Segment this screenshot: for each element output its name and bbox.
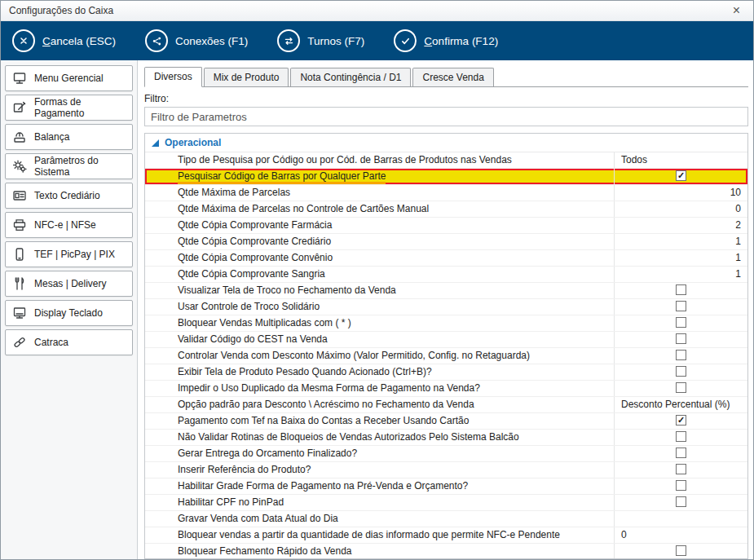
connections-button[interactable]: Conexões (F1) [145, 29, 248, 52]
sidebar-item-balanca[interactable]: Balança [5, 124, 133, 150]
sidebar-item-formas-de-pagamento[interactable]: Formas de Pagamento [5, 95, 133, 121]
settings-row[interactable]: Não Validar Rotinas de Bloqueios de Vend… [145, 430, 747, 446]
settings-row[interactable]: Pagamento com Tef na Baixa do Contas a R… [145, 413, 747, 430]
sidebar-item-menu-gerencial[interactable]: Menu Gerencial [5, 65, 133, 91]
checkbox[interactable] [676, 431, 686, 442]
cancel-button[interactable]: Cancela (ESC) [12, 29, 116, 52]
settings-row[interactable]: Impedir o Uso Duplicado da Mesma Forma d… [145, 381, 747, 397]
setting-value-cell[interactable]: 1 [615, 267, 747, 282]
setting-value-cell[interactable] [615, 544, 747, 559]
settings-row[interactable]: Tipo de Pesquisa por Código ou por Cód. … [145, 152, 747, 169]
sidebar-item-nfce-nfse[interactable]: NFC-e | NFSe [5, 212, 133, 238]
setting-value-cell[interactable] [615, 332, 747, 347]
settings-row[interactable]: Controlar Venda com Desconto Máximo (Val… [145, 348, 747, 364]
checkbox[interactable] [676, 480, 686, 491]
settings-row[interactable]: Qtde Cópia Comprovante Crediário 1 [145, 234, 747, 250]
checkbox[interactable] [676, 448, 686, 458]
tab-mix-de-produto[interactable]: Mix de Produto [204, 68, 289, 86]
settings-row[interactable]: Qtde Cópia Comprovante Convênio 1 [145, 250, 747, 267]
setting-value-cell[interactable] [615, 478, 747, 494]
setting-value-cell[interactable] [615, 381, 747, 396]
settings-row[interactable]: Pesquisar Código de Barras por Qualquer … [145, 169, 747, 185]
checkbox[interactable] [676, 301, 686, 311]
checkbox[interactable] [676, 317, 686, 328]
setting-name-cell: Bloquear vendas a partir da quantidade d… [145, 527, 615, 543]
tab-nota-contingencia-d1[interactable]: Nota Contingência / D1 [290, 68, 411, 86]
setting-value-cell[interactable] [615, 511, 747, 527]
tab-cresce-venda[interactable]: Cresce Venda [412, 68, 493, 86]
setting-value: 1 [735, 236, 741, 247]
confirm-button[interactable]: Confirma (F12) [394, 29, 498, 52]
cutlery-icon [11, 276, 28, 291]
setting-value-cell[interactable]: 0 [615, 201, 747, 217]
setting-value-cell[interactable] [615, 299, 747, 315]
setting-value: 0 [621, 529, 627, 540]
filter-input[interactable] [144, 107, 748, 126]
setting-value-cell[interactable]: Desconto Percentual (%) [615, 397, 747, 412]
setting-value-cell[interactable]: ✓ [615, 169, 747, 184]
settings-row[interactable]: Bloquear Vendas Multiplicadas com ( * ) [145, 315, 747, 332]
setting-name-cell: Validar Código do CEST na Venda [145, 332, 615, 347]
sidebar-item-display-teclado[interactable]: Display Teclado [5, 300, 133, 326]
sidebar-item-texto-crediario[interactable]: Texto Crediário [5, 183, 133, 209]
settings-window: Configurações do Caixa × Cancela (ESC) C… [0, 0, 754, 560]
settings-row[interactable]: Gravar Venda com Data Atual do Dia [145, 511, 747, 527]
setting-value-cell[interactable]: 1 [615, 250, 747, 266]
setting-value-cell[interactable] [615, 495, 747, 510]
setting-value-cell[interactable] [615, 348, 747, 364]
tab-diversos[interactable]: Diversos [144, 67, 202, 87]
setting-value-cell[interactable] [615, 315, 747, 331]
checkbox[interactable] [676, 366, 686, 377]
setting-name-cell: Qtde Cópia Comprovante Sangria [145, 267, 615, 282]
settings-row[interactable]: Validar Código do CEST na Venda [145, 332, 747, 348]
setting-value-cell[interactable] [615, 462, 747, 478]
setting-value-cell[interactable]: ✓ [615, 413, 747, 429]
settings-row[interactable]: Qtde Cópia Comprovante Sangria 1 [145, 267, 747, 283]
settings-row[interactable]: Qtde Máxima de Parcelas no Controle de C… [145, 201, 747, 218]
checkbox[interactable] [676, 496, 686, 507]
checkbox[interactable] [676, 333, 686, 344]
sidebar-item-mesas-delivery[interactable]: Mesas | Delivery [5, 271, 133, 297]
checkbox[interactable] [676, 545, 686, 556]
setting-value-cell[interactable]: 0 [615, 527, 747, 543]
settings-row[interactable]: Gerar Entrega do Orcamento Finalizado? [145, 446, 747, 462]
checkbox[interactable] [676, 350, 686, 360]
setting-value-cell[interactable]: Todos [615, 152, 747, 168]
settings-row[interactable]: Opção padrão para Desconto \ Acréscimo n… [145, 397, 747, 413]
setting-name: Gravar Venda com Data Atual do Dia [178, 513, 338, 524]
settings-row[interactable]: Visualizar Tela de Troco no Fechamento d… [145, 283, 747, 299]
settings-row[interactable]: Qtde Máxima de Parcelas 10 [145, 185, 747, 201]
setting-value: 0 [735, 203, 741, 214]
shifts-button[interactable]: Turnos (F7) [277, 29, 364, 52]
settings-row[interactable]: Exibir Tela de Produto Pesado Quando Aci… [145, 364, 747, 381]
setting-value-cell[interactable] [615, 446, 747, 461]
setting-name: Qtde Cópia Comprovante Sangria [178, 268, 325, 280]
checkbox[interactable]: ✓ [676, 415, 686, 426]
settings-row[interactable]: Habilitar CPF no PinPad [145, 495, 747, 511]
settings-row[interactable]: Habilitar Grade Forma de Pagamento na Pr… [145, 478, 747, 495]
checkbox[interactable] [676, 284, 686, 295]
settings-row[interactable]: Qtde Cópia Comprovante Farmácia 2 [145, 218, 747, 234]
setting-name-cell: Habilitar CPF no PinPad [145, 495, 615, 510]
setting-value-cell[interactable]: 2 [615, 218, 747, 233]
setting-value-cell[interactable]: 1 [615, 234, 747, 249]
setting-value-cell[interactable] [615, 283, 747, 298]
group-row-operacional[interactable]: Operacional [145, 134, 747, 152]
sidebar-item-parametros-do-sistema[interactable]: Parâmetros do Sistema [5, 153, 133, 179]
settings-row[interactable]: Usar Controle de Troco Solidário [145, 299, 747, 315]
setting-value-cell[interactable]: 10 [615, 185, 747, 201]
settings-row[interactable]: Inserir Referência do Produto? [145, 462, 747, 478]
sidebar-item-catraca[interactable]: Catraca [5, 329, 133, 355]
setting-name: Opção padrão para Desconto \ Acréscimo n… [178, 399, 474, 410]
setting-value-cell[interactable] [615, 364, 747, 380]
setting-name-cell: Usar Controle de Troco Solidário [145, 299, 615, 315]
settings-row[interactable]: Bloquear Fechamento Rápido da Venda [145, 544, 747, 559]
close-icon[interactable]: × [728, 3, 745, 18]
checkbox[interactable] [676, 382, 686, 393]
checkbox[interactable] [676, 464, 686, 474]
setting-value-cell[interactable] [615, 430, 747, 445]
checkbox[interactable]: ✓ [676, 170, 686, 181]
confirm-label: Confirma (F12) [424, 35, 498, 47]
sidebar-item-tef-picpay-pix[interactable]: TEF | PicPay | PIX [5, 241, 133, 267]
settings-row[interactable]: Bloquear vendas a partir da quantidade d… [145, 527, 747, 544]
